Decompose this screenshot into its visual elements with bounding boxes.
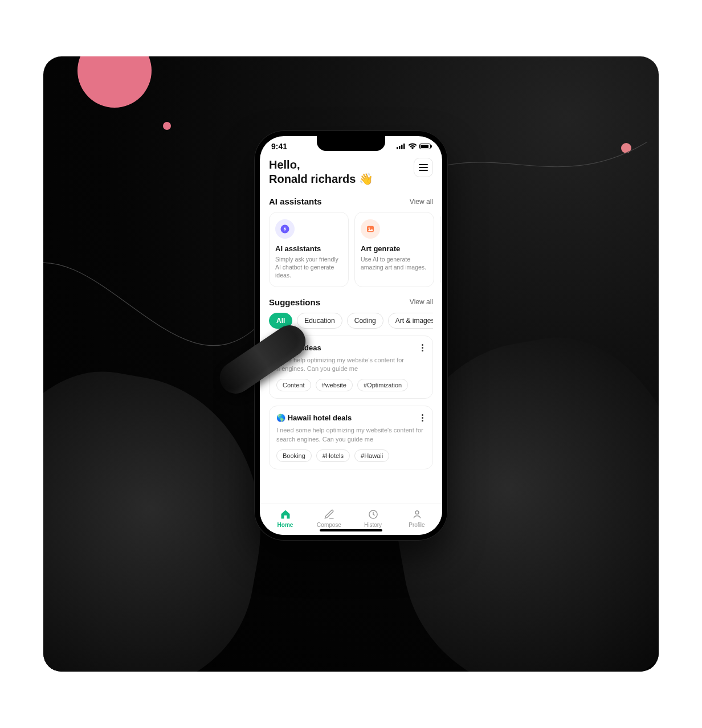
greeting-block: Hello, Ronald richards 👋	[269, 158, 373, 186]
greeting-line1: Hello,	[269, 158, 300, 171]
svg-point-6	[369, 227, 370, 228]
assistant-card-art[interactable]: Art genrate Use AI to generate amazing a…	[354, 212, 434, 287]
assistants-row[interactable]: AI assistants Simply ask your friendly A…	[269, 212, 433, 287]
decoration-circle-large	[77, 56, 152, 108]
tab-profile[interactable]: Profile	[395, 509, 439, 528]
assistants-view-all-link[interactable]: View all	[410, 198, 433, 206]
phone-notch	[317, 136, 385, 151]
tab-label: Home	[277, 522, 293, 528]
tab-history[interactable]: History	[351, 509, 395, 528]
home-indicator	[320, 529, 382, 531]
tag[interactable]: #Hotels	[316, 449, 350, 462]
suggestion-title: Hawaii hotel deals	[288, 414, 352, 422]
more-options-button[interactable]	[419, 343, 426, 353]
tag[interactable]: Booking	[276, 449, 312, 462]
image-icon	[361, 219, 380, 239]
tag[interactable]: #Optimization	[357, 379, 408, 391]
tag[interactable]: #Hawaii	[354, 449, 389, 462]
tag[interactable]: #website	[316, 379, 353, 391]
hamburger-icon	[419, 164, 428, 171]
battery-icon	[419, 144, 431, 149]
tab-label: History	[364, 522, 382, 528]
compose-icon	[324, 509, 335, 520]
profile-icon	[411, 509, 423, 520]
mockup-stage: 9:41 Hello, Ronald richar	[43, 56, 659, 672]
cellular-signal-icon	[397, 144, 406, 149]
svg-rect-1	[399, 146, 401, 149]
tab-label: Profile	[409, 522, 425, 528]
tag[interactable]: Content	[276, 379, 311, 391]
assistants-title: AI assistants	[269, 197, 322, 206]
card-title: Art genrate	[361, 244, 428, 253]
home-icon	[280, 509, 291, 520]
status-time: 9:41	[271, 142, 287, 151]
suggestions-view-all-link[interactable]: View all	[410, 298, 433, 306]
filter-chip-art[interactable]: Art & images	[388, 313, 433, 329]
decoration-circle-small	[163, 122, 171, 130]
assistant-card-translate[interactable]: Tra Eas con	[440, 212, 442, 287]
assistant-card-ai[interactable]: AI assistants Simply ask your friendly A…	[269, 212, 349, 287]
greeting-line2: Ronald richards 👋	[269, 173, 373, 185]
tab-compose[interactable]: Compose	[307, 509, 351, 528]
svg-rect-0	[397, 147, 398, 149]
menu-button[interactable]	[414, 158, 433, 177]
history-icon	[368, 509, 379, 520]
tab-label: Compose	[317, 522, 341, 528]
more-options-button[interactable]	[419, 413, 426, 423]
filter-chip-coding[interactable]: Coding	[347, 313, 383, 329]
suggestion-desc: some help optimizing my website's conten…	[276, 356, 426, 374]
filter-chip-education[interactable]: Education	[297, 313, 342, 329]
suggestion-card[interactable]: 🌎 Hawaii hotel deals I need some help op…	[269, 406, 433, 469]
svg-rect-2	[401, 145, 403, 149]
card-desc: Use AI to generate amazing art and image…	[361, 255, 428, 271]
suggestions-title: Suggestions	[269, 297, 320, 307]
suggestion-desc: I need some help optimizing my website's…	[276, 426, 426, 444]
bolt-icon	[275, 219, 295, 239]
svg-rect-3	[403, 144, 405, 149]
card-title: AI assistants	[275, 244, 342, 253]
card-desc: Simply ask your friendly AI chatbot to g…	[275, 255, 342, 280]
svg-point-10	[415, 511, 419, 514]
suggestion-emoji: 🌎	[276, 414, 285, 422]
wifi-icon	[408, 143, 417, 150]
tab-home[interactable]: Home	[263, 509, 307, 528]
